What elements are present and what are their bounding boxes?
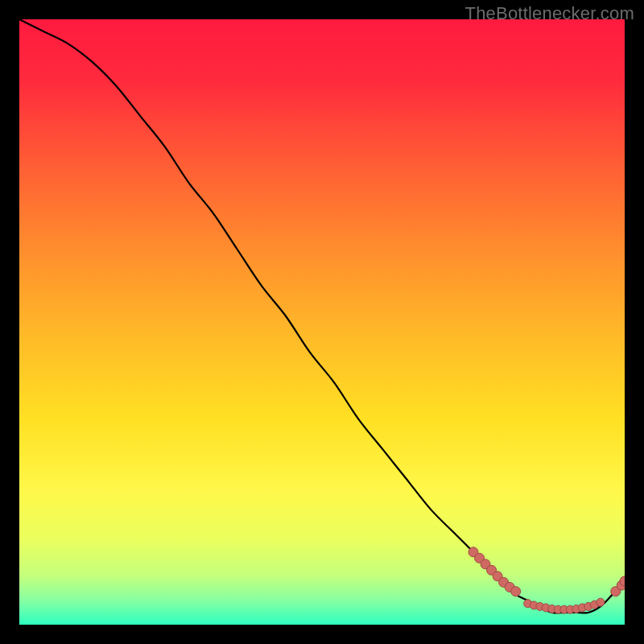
gradient-background	[19, 19, 625, 625]
bottleneck-chart	[19, 19, 625, 625]
plot-area	[19, 19, 625, 625]
chart-stage: TheBottlenecker.com	[0, 0, 644, 644]
marker-dot	[597, 598, 605, 606]
watermark-text: TheBottlenecker.com	[465, 3, 634, 24]
marker-dot	[511, 587, 521, 597]
